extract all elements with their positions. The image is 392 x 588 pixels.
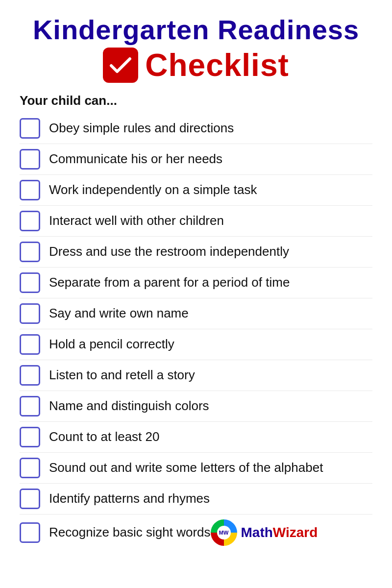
list-item-text: Communicate his or her needs [49, 151, 372, 167]
logo-wizard-part: Wizard [273, 525, 318, 540]
checklist: Obey simple rules and directionsCommunic… [20, 113, 372, 551]
list-item: Hold a pencil correctly [20, 329, 372, 360]
list-item: Count to at least 20 [20, 422, 372, 453]
mathwizard-logo: MWMathWizard [211, 519, 318, 546]
checkbox[interactable] [20, 522, 40, 543]
list-item-text: Obey simple rules and directions [49, 121, 372, 136]
checkbox[interactable] [20, 211, 40, 231]
mathwizard-text: MathWizard [241, 525, 318, 540]
checkbox[interactable] [20, 242, 40, 262]
list-item: Listen to and retell a story [20, 360, 372, 391]
list-item: Dress and use the restroom independently [20, 237, 372, 268]
list-item: Sound out and write some letters of the … [20, 453, 372, 484]
checkbox[interactable] [20, 489, 40, 509]
checkbox[interactable] [20, 427, 40, 447]
page-title-line1: Kindergarten Readiness [20, 15, 372, 45]
page-title-line2: Checklist [20, 47, 372, 83]
list-item: Recognize basic sight wordsMWMathWizard [20, 514, 372, 551]
list-item: Communicate his or her needs [20, 144, 372, 175]
list-item-text: Name and distinguish colors [49, 398, 372, 414]
checkbox[interactable] [20, 149, 40, 170]
list-item: Say and write own name [20, 298, 372, 329]
list-item: Name and distinguish colors [20, 391, 372, 422]
list-item-text: Listen to and retell a story [49, 368, 372, 383]
logo-circle: MW [211, 519, 237, 546]
checkbox[interactable] [20, 303, 40, 324]
logo-math-part: Math [241, 525, 273, 540]
list-item-text: Work independently on a simple task [49, 182, 372, 197]
list-item-text: Dress and use the restroom independently [49, 244, 372, 259]
checkmark-svg [108, 53, 133, 77]
logo-inner: MW [217, 526, 231, 539]
list-item: Separate from a parent for a period of t… [20, 268, 372, 298]
subtitle-text: Your child can... [20, 93, 372, 108]
list-item-text: Hold a pencil correctly [49, 337, 372, 352]
checkbox[interactable] [20, 334, 40, 355]
list-item: Interact well with other children [20, 206, 372, 237]
list-item-text: Count to at least 20 [49, 429, 372, 444]
list-item-text: Identify patterns and rhymes [49, 491, 372, 506]
list-item-text: Interact well with other children [49, 213, 372, 228]
page-header: Kindergarten Readiness Checklist [20, 15, 372, 83]
checkbox[interactable] [20, 396, 40, 416]
logo-inner-text: MW [219, 530, 229, 536]
page-title-checklist: Checklist [145, 47, 289, 83]
list-item-text: Separate from a parent for a period of t… [49, 275, 372, 290]
list-item-text: Recognize basic sight words [49, 525, 211, 540]
list-item-text: Say and write own name [49, 306, 372, 321]
list-item: Work independently on a simple task [20, 175, 372, 206]
checkbox[interactable] [20, 365, 40, 386]
list-item: Obey simple rules and directions [20, 113, 372, 144]
header-checkbox-icon [103, 48, 138, 83]
last-item-row: Recognize basic sight wordsMWMathWizard [49, 519, 318, 546]
checkbox[interactable] [20, 272, 40, 293]
list-item: Identify patterns and rhymes [20, 484, 372, 514]
checkbox[interactable] [20, 118, 40, 139]
checkbox[interactable] [20, 180, 40, 200]
list-item-text: Sound out and write some letters of the … [49, 460, 372, 475]
checkbox[interactable] [20, 458, 40, 478]
